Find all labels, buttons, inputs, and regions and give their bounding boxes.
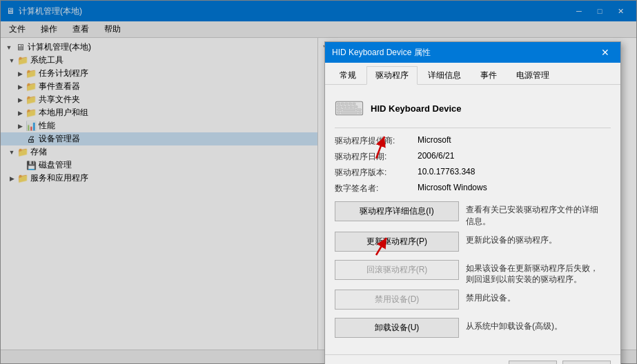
update-driver-row: 更新驱动程序(P) 更新此设备的驱动程序。 bbox=[335, 232, 611, 256]
svg-rect-11 bbox=[337, 109, 342, 111]
tab-power-mgmt[interactable]: 电源管理 bbox=[507, 66, 558, 85]
svg-rect-12 bbox=[343, 109, 355, 111]
dialog-device-name: HID Keyboard Device bbox=[371, 103, 462, 114]
dialog-content: HID Keyboard Device 驱动程序提供商: Microsoft 驱… bbox=[325, 85, 620, 354]
info-row-signer: 数字签名者: Microsoft Windows bbox=[335, 183, 611, 194]
svg-rect-4 bbox=[349, 103, 351, 105]
device-header: HID Keyboard Device bbox=[335, 93, 611, 128]
svg-rect-13 bbox=[357, 109, 362, 111]
dialog-close-button[interactable]: ✕ bbox=[597, 46, 614, 59]
svg-rect-15 bbox=[341, 112, 357, 114]
signer-label: 数字签名者: bbox=[335, 183, 418, 194]
uninstall-device-row: 卸载设备(U) 从系统中卸载设备(高级)。 bbox=[335, 318, 611, 342]
version-value: 10.0.17763.348 bbox=[418, 167, 475, 176]
update-driver-button[interactable]: 更新驱动程序(P) bbox=[335, 232, 459, 252]
disable-device-row: 禁用设备(D) 禁用此设备。 bbox=[335, 290, 611, 314]
provider-value: Microsoft bbox=[418, 135, 451, 145]
signer-value: Microsoft Windows bbox=[418, 183, 487, 192]
tab-events[interactable]: 事件 bbox=[471, 66, 506, 85]
rollback-driver-row: 回滚驱动程序(R) 如果该设备在更新驱动程序后失败，则回退到以前安装的驱动程序。 bbox=[335, 260, 611, 286]
tab-details[interactable]: 详细信息 bbox=[419, 66, 470, 85]
rollback-driver-desc: 如果该设备在更新驱动程序后失败，则回退到以前安装的驱动程序。 bbox=[466, 260, 604, 286]
disable-device-button[interactable]: 禁用设备(D) bbox=[335, 290, 459, 310]
svg-rect-6 bbox=[337, 106, 342, 108]
tab-general[interactable]: 常规 bbox=[331, 66, 365, 85]
svg-rect-2 bbox=[341, 103, 344, 105]
uninstall-device-desc: 从系统中卸载设备(高级)。 bbox=[466, 318, 562, 332]
svg-rect-9 bbox=[350, 106, 353, 108]
dialog-tabs: 常规 驱动程序 详细信息 事件 电源管理 bbox=[325, 63, 620, 85]
properties-dialog: HID Keyboard Device 属性 ✕ 常规 驱动程序 详细信息 事件… bbox=[324, 41, 621, 364]
svg-rect-5 bbox=[353, 103, 355, 105]
info-row-provider: 驱动程序提供商: Microsoft bbox=[335, 135, 611, 147]
keyboard-device-image bbox=[335, 99, 364, 118]
info-row-date: 驱动程序日期: 2006/6/21 bbox=[335, 151, 611, 163]
driver-details-desc: 查看有关已安装驱动程序文件的详细信息。 bbox=[466, 201, 604, 228]
provider-label: 驱动程序提供商: bbox=[335, 135, 418, 147]
dialog-overlay: HID Keyboard Device 属性 ✕ 常规 驱动程序 详细信息 事件… bbox=[0, 0, 637, 364]
date-value: 2006/6/21 bbox=[418, 151, 454, 161]
svg-rect-16 bbox=[358, 112, 361, 114]
uninstall-device-button[interactable]: 卸载设备(U) bbox=[335, 318, 459, 338]
svg-rect-14 bbox=[337, 112, 340, 114]
version-label: 驱动程序版本: bbox=[335, 167, 418, 179]
disable-device-desc: 禁用此设备。 bbox=[466, 290, 516, 304]
rollback-driver-button[interactable]: 回滚驱动程序(R) bbox=[335, 260, 459, 280]
cancel-button[interactable]: 取消 bbox=[562, 361, 611, 364]
driver-details-button[interactable]: 驱动程序详细信息(I) bbox=[335, 201, 459, 221]
tab-driver[interactable]: 驱动程序 bbox=[366, 66, 418, 85]
svg-rect-10 bbox=[353, 106, 357, 108]
dialog-title-bar: HID Keyboard Device 属性 ✕ bbox=[325, 42, 620, 63]
ok-button[interactable]: 确定 bbox=[509, 361, 557, 364]
update-driver-desc: 更新此设备的驱动程序。 bbox=[466, 232, 557, 246]
date-label: 驱动程序日期: bbox=[335, 151, 418, 163]
driver-details-row: 驱动程序详细信息(I) 查看有关已安装驱动程序文件的详细信息。 bbox=[335, 201, 611, 228]
svg-rect-8 bbox=[346, 106, 349, 108]
info-row-version: 驱动程序版本: 10.0.17763.348 bbox=[335, 167, 611, 179]
svg-rect-3 bbox=[345, 103, 348, 105]
svg-rect-7 bbox=[342, 106, 345, 108]
dialog-title-label: HID Keyboard Device 属性 bbox=[332, 47, 431, 59]
svg-rect-1 bbox=[337, 103, 340, 105]
dialog-footer: 确定 取消 bbox=[325, 354, 620, 364]
